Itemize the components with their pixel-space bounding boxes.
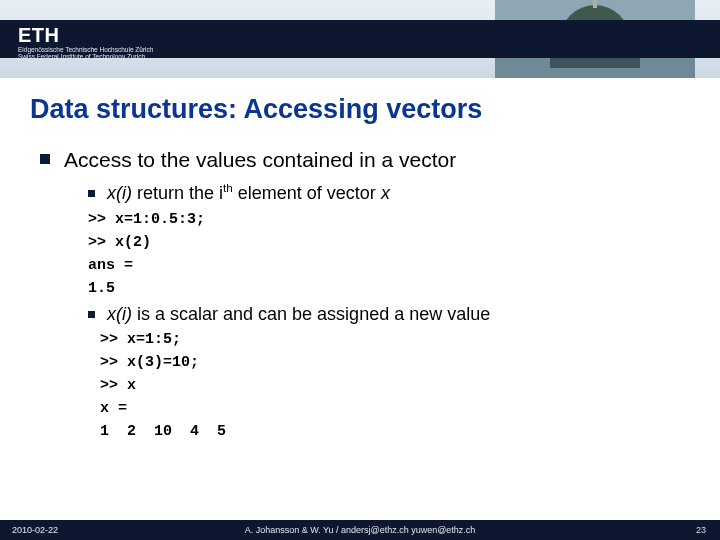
page-number: 23: [696, 525, 706, 535]
code-line: >> x(2): [88, 234, 690, 251]
bullet-lvl2: x(i) is a scalar and can be assigned a n…: [88, 303, 690, 326]
bullet-lvl2: x(i) return the ith element of vector x: [88, 182, 690, 205]
term-xi: x(i): [107, 183, 132, 203]
bullet-lvl1: Access to the values contained in a vect…: [40, 147, 690, 172]
code-line: x =: [100, 400, 690, 417]
text-frag: element of vector: [233, 183, 381, 203]
logo-subtitle-de: Eidgenössische Technische Hochschule Zür…: [18, 46, 153, 53]
header: ETH Eidgenössische Technische Hochschule…: [0, 0, 720, 78]
svg-rect-4: [593, 0, 597, 8]
code-line: 1.5: [88, 280, 690, 297]
slide: ETH Eidgenössische Technische Hochschule…: [0, 0, 720, 540]
bullet-text: x(i) is a scalar and can be assigned a n…: [107, 303, 490, 326]
code-line: >> x(3)=10;: [100, 354, 690, 371]
logo-subtitle-en: Swiss Federal Institute of Technology Zu…: [18, 53, 153, 60]
text-frag: return the i: [132, 183, 223, 203]
bullet-text: Access to the values contained in a vect…: [64, 147, 456, 172]
bullet-text: x(i) return the ith element of vector x: [107, 182, 390, 205]
content-area: Access to the values contained in a vect…: [0, 125, 720, 540]
code-line: >> x=1:5;: [100, 331, 690, 348]
superscript-th: th: [223, 181, 233, 194]
code-line: >> x=1:0.5:3;: [88, 211, 690, 228]
square-bullet-icon: [40, 154, 50, 164]
square-bullet-icon: [88, 311, 95, 318]
text-frag: is a scalar and can be assigned a new va…: [132, 304, 490, 324]
footer-bar: 2010-02-22 A. Johansson & W. Yu / anders…: [0, 520, 720, 540]
term-xi: x(i): [107, 304, 132, 324]
term-x: x: [381, 183, 390, 203]
footer-date: 2010-02-22: [12, 525, 58, 535]
logo-text: ETH: [18, 24, 60, 46]
footer-authors: A. Johansson & W. Yu / andersj@ethz.ch y…: [0, 525, 720, 535]
square-bullet-icon: [88, 190, 95, 197]
code-line: 1 2 10 4 5: [100, 423, 690, 440]
code-line: >> x: [100, 377, 690, 394]
code-line: ans =: [88, 257, 690, 274]
slide-title: Data structures: Accessing vectors: [30, 94, 720, 125]
eth-logo: ETH Eidgenössische Technische Hochschule…: [18, 24, 153, 60]
